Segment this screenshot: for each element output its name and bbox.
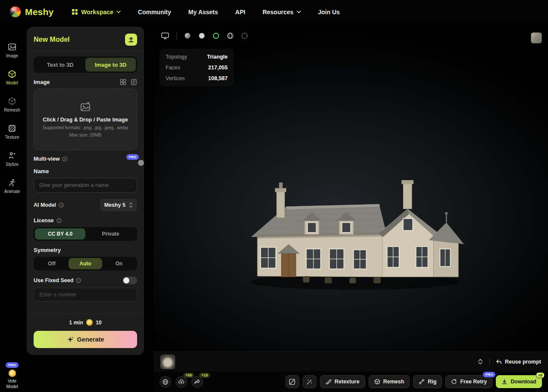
main-nav: Workspace Community My Assets API Resour… xyxy=(72,9,340,16)
info-icon[interactable] xyxy=(59,202,64,208)
generation-thumbnail[interactable] xyxy=(160,355,175,369)
nav-community[interactable]: Community xyxy=(138,9,171,16)
generation-name-input[interactable] xyxy=(34,178,137,193)
sparkle-icon xyxy=(67,336,74,343)
divider xyxy=(489,358,490,365)
license-private[interactable]: Private xyxy=(85,228,136,240)
generation-strip: Reuse prompt xyxy=(153,352,548,371)
pro-badge: PRO xyxy=(483,372,495,377)
stat-value: 217,055 xyxy=(208,65,228,71)
scene-effects-button[interactable] xyxy=(303,375,316,388)
rail-item-texture[interactable]: Texture xyxy=(0,124,24,140)
left-rail: Image Model Remesh Texture Stylize Anima… xyxy=(0,24,24,392)
display-mode-button[interactable] xyxy=(161,32,169,39)
stat-row-vertices: Vertices 108,587 xyxy=(166,75,228,81)
nav-workspace[interactable]: Workspace xyxy=(72,9,120,16)
shaded-sphere-icon xyxy=(184,32,191,39)
ai-model-select[interactable]: Meshy 5 xyxy=(100,199,137,212)
rail-item-animate[interactable]: Animate xyxy=(0,178,24,194)
history-list-icon[interactable] xyxy=(131,79,137,85)
retexture-button[interactable]: Retexture xyxy=(320,375,365,388)
rail-item-stylize[interactable]: Stylize xyxy=(0,151,24,167)
fixed-seed-label: Use Fixed Seed xyxy=(34,277,73,283)
rail-item-model[interactable]: Model xyxy=(0,70,24,85)
download-button[interactable]: x8 Download xyxy=(496,375,542,388)
symmetry-auto[interactable]: Auto xyxy=(69,258,102,269)
animate-icon xyxy=(8,178,16,187)
remesh-button[interactable]: Remesh xyxy=(369,375,410,388)
tab-image-to-3d[interactable]: Image to 3D xyxy=(85,58,136,72)
viewport-3d-canvas[interactable]: Topology Triangle Faces 217,055 Vertices… xyxy=(153,24,548,392)
image-section-header: Image xyxy=(34,79,137,85)
source-image-thumbnail[interactable] xyxy=(531,32,542,44)
nav-resources[interactable]: Resources xyxy=(263,9,301,16)
info-icon[interactable] xyxy=(62,156,67,162)
workspace-grid-icon xyxy=(72,9,78,15)
vote-model-button[interactable]: PRO Vote Model xyxy=(0,362,24,389)
retexture-label: Retexture xyxy=(335,379,360,385)
new-model-panel: New Model Text to 3D Image to 3D Image C… xyxy=(27,27,144,355)
download-icon xyxy=(501,379,507,385)
shaded-view-button[interactable] xyxy=(184,32,191,39)
wire-sphere-icon xyxy=(227,32,234,39)
nav-api[interactable]: API xyxy=(235,9,245,16)
normals-view-button[interactable] xyxy=(227,32,234,39)
info-icon[interactable] xyxy=(56,218,62,223)
retexture-brush-icon xyxy=(326,379,332,385)
uv-view-button[interactable] xyxy=(241,32,248,39)
mesh-stats-card: Topology Triangle Faces 217,055 Vertices… xyxy=(160,49,234,87)
rail-item-image[interactable]: Image xyxy=(0,43,24,58)
collapse-strip-button[interactable] xyxy=(477,358,483,365)
stylize-icon xyxy=(8,151,16,160)
retry-refresh-icon xyxy=(451,379,457,385)
rig-button[interactable]: Rig xyxy=(413,375,442,388)
monitor-icon xyxy=(161,32,169,39)
nav-join-us[interactable]: Join Us xyxy=(318,9,340,16)
image-dropzone[interactable]: Click / Drag & Drop / Paste Image Suppor… xyxy=(34,89,137,150)
license-segmented: CC BY 4.0 Private xyxy=(34,227,137,241)
upload-community-button[interactable]: +50 xyxy=(175,376,187,388)
upload-reward-badge: +50 xyxy=(183,373,194,378)
sample-gallery-icon[interactable] xyxy=(120,79,126,85)
estimated-time: 1 min xyxy=(69,320,83,326)
symmetry-off[interactable]: Off xyxy=(35,258,69,269)
share-button[interactable]: +10 xyxy=(191,376,203,388)
rail-item-label: Model xyxy=(6,81,18,85)
rail-item-label: Texture xyxy=(5,135,19,140)
solid-view-button[interactable] xyxy=(198,32,205,39)
dotted-sphere-icon xyxy=(241,32,248,39)
rig-bone-icon xyxy=(419,379,425,385)
pro-badge: PRO xyxy=(126,154,139,160)
dropzone-max-size: Max size: 20MB xyxy=(69,132,102,137)
tab-text-to-3d[interactable]: Text to 3D xyxy=(35,58,85,72)
generate-button[interactable]: Generate xyxy=(34,331,137,348)
nav-my-assets[interactable]: My Assets xyxy=(188,9,218,16)
nav-label: API xyxy=(235,9,245,16)
rail-item-label: Image xyxy=(6,53,18,58)
wireframe-view-button[interactable] xyxy=(213,32,219,39)
info-icon[interactable] xyxy=(76,278,81,283)
image-icon xyxy=(8,43,16,51)
quick-upload-button[interactable] xyxy=(125,34,137,46)
stat-label: Topology xyxy=(166,54,187,60)
image-upload-icon xyxy=(80,102,91,113)
meshy-brand[interactable]: Meshy xyxy=(9,6,53,18)
nav-label: Workspace xyxy=(81,9,113,16)
license-cc-by[interactable]: CC BY 4.0 xyxy=(35,228,85,240)
stat-value: Triangle xyxy=(207,54,228,60)
view-mode-toolbar xyxy=(161,32,248,39)
cloud-upload-icon xyxy=(178,379,185,385)
rail-item-remesh[interactable]: Remesh xyxy=(0,97,24,112)
meshy-logo-icon xyxy=(9,6,21,18)
background-toggle-button[interactable] xyxy=(285,375,299,388)
reuse-prompt-button[interactable]: Reuse prompt xyxy=(496,359,541,365)
fixed-seed-toggle[interactable] xyxy=(122,277,137,284)
toggle-knob xyxy=(123,277,129,283)
seed-input[interactable] xyxy=(34,288,137,302)
rig-label: Rig xyxy=(428,379,436,385)
chevron-down-icon xyxy=(478,362,482,364)
symmetry-on[interactable]: On xyxy=(102,258,136,269)
publish-globe-button[interactable] xyxy=(160,376,171,388)
free-retry-button[interactable]: PRO Free Retry xyxy=(445,375,492,388)
ai-model-row: AI Model Meshy 5 xyxy=(34,199,137,212)
